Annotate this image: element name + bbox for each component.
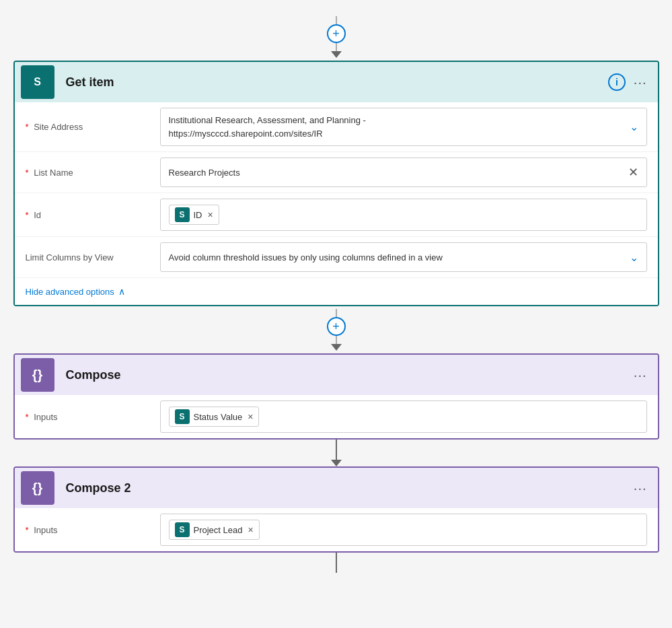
compose2-icon: {} (21, 471, 54, 505)
status-value-token-clear[interactable]: × (248, 411, 253, 422)
id-row: * Id S ID × (15, 193, 658, 237)
get-item-card: S Get item i ··· * Site Address Institut… (13, 61, 659, 306)
id-token-icon: S (175, 207, 190, 222)
middle-add-connector: + (327, 309, 346, 351)
final-vertical-line (336, 553, 337, 573)
hide-advanced-options[interactable]: Hide advanced options ∧ (15, 278, 658, 305)
sharepoint-icon-text: S (34, 76, 41, 88)
id-value[interactable]: S ID × (160, 199, 647, 231)
compose2-body: * Inputs S Project Lead × (15, 508, 658, 551)
mid-connector-line-bottom (336, 336, 337, 344)
bottom-arrow-connector (331, 440, 342, 466)
arrow-down-middle (331, 344, 342, 351)
compose-icon-text: {} (32, 368, 43, 383)
arrow-down-top (331, 51, 342, 58)
status-value-token-pill: S Status Value × (169, 407, 260, 427)
list-name-value[interactable]: Research Projects ✕ (160, 158, 647, 187)
compose-body: * Inputs S Status Value × (15, 395, 658, 438)
get-item-actions: i ··· (608, 73, 658, 91)
compose-more-options-button[interactable]: ··· (634, 368, 647, 383)
site-address-value[interactable]: Institutional Research, Assessment, and … (160, 108, 647, 146)
project-lead-token-label: Project Lead (194, 525, 243, 535)
get-item-body: * Site Address Institutional Research, A… (15, 102, 658, 305)
plus-icon-top: + (332, 27, 340, 41)
compose2-more-options-button[interactable]: ··· (634, 481, 647, 496)
compose-icon: {} (21, 358, 54, 392)
compose2-icon-text: {} (32, 481, 43, 496)
add-step-button-middle[interactable]: + (327, 317, 346, 336)
list-name-row: * List Name Research Projects ✕ (15, 152, 658, 193)
limit-columns-chevron[interactable]: ⌄ (630, 251, 638, 264)
more-options-button[interactable]: ··· (634, 75, 647, 90)
limit-columns-label: Limit Columns by View (26, 252, 160, 263)
list-name-clear[interactable]: ✕ (628, 165, 638, 180)
project-lead-token-clear[interactable]: × (248, 524, 254, 535)
status-value-token-label: Status Value (194, 412, 243, 422)
compose2-actions: ··· (634, 481, 658, 496)
limit-columns-text: Avoid column threshold issues by only us… (169, 252, 630, 263)
compose2-title: Compose 2 (61, 481, 634, 495)
limit-columns-value[interactable]: Avoid column threshold issues by only us… (160, 242, 647, 272)
compose-inputs-row: * Inputs S Status Value × (15, 395, 658, 438)
info-button[interactable]: i (608, 73, 626, 91)
id-token-label: ID (194, 210, 202, 220)
site-address-label: * Site Address (26, 122, 160, 132)
mid-connector-line-top (336, 309, 337, 317)
compose-inputs-label: * Inputs (26, 412, 160, 422)
required-star-inputs: * (26, 412, 29, 422)
compose-title: Compose (61, 368, 634, 382)
compose-header: {} Compose ··· (15, 355, 658, 395)
top-add-connector: + (327, 16, 346, 58)
compose2-header: {} Compose 2 ··· (15, 468, 658, 508)
connector-line-top (336, 16, 337, 24)
list-name-label: * List Name (26, 168, 160, 178)
site-address-text: Institutional Research, Assessment, and … (169, 114, 630, 140)
get-item-header: S Get item i ··· (15, 62, 658, 102)
compose2-inputs-value[interactable]: S Project Lead × (160, 514, 647, 546)
site-address-row: * Site Address Institutional Research, A… (15, 102, 658, 152)
get-item-icon-wrapper: S (15, 62, 61, 102)
compose-icon-wrapper: {} (15, 355, 61, 395)
project-lead-token-icon: S (175, 522, 190, 537)
compose2-card: {} Compose 2 ··· * Inputs S Project Lead… (13, 466, 659, 553)
compose-card: {} Compose ··· * Inputs S Status Value × (13, 353, 659, 440)
limit-columns-row: Limit Columns by View Avoid column thres… (15, 237, 658, 278)
compose2-inputs-label: * Inputs (26, 525, 160, 535)
caret-up-icon: ∧ (118, 286, 125, 297)
id-token-pill: S ID × (169, 205, 219, 225)
project-lead-token-pill: S Project Lead × (169, 520, 260, 540)
required-star-site: * (26, 122, 29, 132)
flow-container: + S Get item i ··· * (13, 13, 659, 573)
required-star-id: * (26, 210, 29, 220)
id-token-clear[interactable]: × (208, 209, 213, 220)
connector-line-bottom (336, 43, 337, 51)
list-name-text: Research Projects (169, 168, 628, 178)
site-address-chevron[interactable]: ⌄ (630, 120, 638, 133)
required-star-list: * (26, 168, 29, 178)
final-connector (336, 553, 337, 573)
id-label: * Id (26, 210, 160, 220)
compose-actions: ··· (634, 368, 658, 383)
compose-inputs-value[interactable]: S Status Value × (160, 400, 647, 433)
plus-icon-middle: + (332, 320, 340, 334)
arrow-down-bottom (331, 460, 342, 466)
compose2-inputs-row: * Inputs S Project Lead × (15, 508, 658, 551)
compose2-icon-wrapper: {} (15, 468, 61, 508)
sharepoint-icon: S (21, 65, 54, 99)
add-step-button-top[interactable]: + (327, 24, 346, 43)
get-item-title: Get item (61, 75, 608, 90)
bottom-vertical-line (336, 440, 337, 460)
status-value-token-icon: S (175, 409, 190, 424)
required-star-inputs2: * (26, 525, 29, 535)
